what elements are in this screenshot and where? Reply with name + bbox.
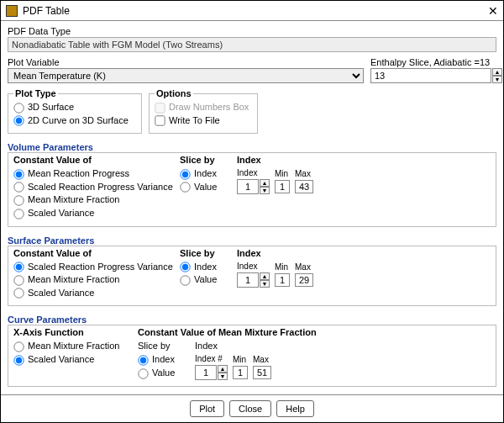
curve-min-label: Min	[233, 355, 246, 364]
write-file-checkbox[interactable]: Write To File	[155, 115, 252, 127]
curve-idx-input[interactable]	[195, 365, 217, 380]
volume-min-value: 1	[275, 180, 290, 193]
pdf-table-window: PDF Table ✕ PDF Data Type Nonadiabatic T…	[0, 0, 504, 423]
surface-slice-index[interactable]: Index	[180, 262, 230, 273]
surface-idx-down-icon[interactable]: ▼	[260, 280, 270, 288]
surface-slice-legend: Slice by	[180, 248, 230, 258]
volume-idx-label: Index	[237, 168, 257, 177]
volume-max-label: Max	[295, 169, 311, 178]
volume-idx-up-icon[interactable]: ▲	[260, 179, 270, 187]
curve-max-value: 51	[253, 366, 271, 379]
close-button[interactable]: Close	[229, 400, 271, 417]
volume-idx-down-icon[interactable]: ▼	[260, 187, 270, 194]
curve-idx-down-icon[interactable]: ▼	[218, 373, 228, 380]
surface-constant-legend: Constant Value of	[13, 248, 173, 258]
window-title: PDF Table	[23, 5, 488, 17]
surface-max-label: Max	[295, 262, 311, 272]
surface-scaled-variance[interactable]: Scaled Variance	[13, 288, 173, 299]
surface-mean-mixture-fraction[interactable]: Mean Mixture Fraction	[13, 274, 173, 286]
surface-scaled-rpv[interactable]: Scaled Reaction Progress Variance	[13, 262, 173, 273]
draw-numbers-checkbox: Draw Numbers Box	[155, 102, 252, 114]
volume-index-legend: Index	[237, 155, 313, 165]
surface-idx-up-icon[interactable]: ▲	[260, 272, 270, 280]
surface-max-value: 29	[295, 273, 313, 287]
content-area: PDF Data Type Nonadiabatic Table with FG…	[1, 21, 503, 394]
enthalpy-slice-input[interactable]	[370, 68, 491, 83]
volume-scaled-rpv[interactable]: Scaled Reaction Progress Variance	[13, 182, 173, 193]
curve-mean-mixture-fraction[interactable]: Mean Mixture Fraction	[13, 341, 131, 352]
curve-legend: Curve Parameters	[8, 315, 87, 325]
volume-slice-index[interactable]: Index	[180, 168, 230, 180]
curve-idx-label: Index #	[195, 354, 223, 363]
surface-min-label: Min	[275, 262, 288, 272]
help-button[interactable]: Help	[276, 400, 314, 417]
curve-scaled-variance[interactable]: Scaled Variance	[13, 354, 131, 366]
curve-xaxis-legend: X-Axis Function	[13, 327, 131, 337]
volume-constant-legend: Constant Value of	[13, 155, 173, 165]
app-icon	[6, 5, 18, 17]
volume-max-value: 43	[295, 180, 313, 193]
surface-min-value: 1	[275, 273, 290, 287]
curve-min-value: 1	[233, 366, 248, 379]
curve-slice-index[interactable]: Index	[138, 354, 188, 366]
titlebar: PDF Table ✕	[1, 1, 503, 21]
curve-idx-up-icon[interactable]: ▲	[218, 365, 228, 373]
plot-variable-label: Plot Variable	[8, 57, 364, 67]
volume-scaled-variance[interactable]: Scaled Variance	[13, 208, 173, 219]
curve-slice-value[interactable]: Value	[138, 367, 188, 379]
plot-variable-select[interactable]: Mean Temperature (K)	[8, 68, 364, 83]
footer: Plot Close Help	[1, 394, 503, 422]
volume-slice-legend: Slice by	[180, 155, 230, 165]
pdf-data-type-field: Nonadiabatic Table with FGM Model (Two S…	[8, 37, 496, 52]
volume-idx-input[interactable]	[237, 179, 259, 194]
plot-type-2d[interactable]: 2D Curve on 3D Surface	[13, 115, 136, 127]
curve-max-label: Max	[253, 355, 269, 364]
plot-button[interactable]: Plot	[190, 400, 224, 417]
surface-slice-value[interactable]: Value	[180, 274, 230, 286]
curve-slice-legend: Slice by	[138, 341, 188, 351]
surface-idx-label: Index	[237, 262, 257, 271]
surface-index-legend: Index	[237, 248, 313, 258]
volume-mean-reaction-progress[interactable]: Mean Reaction Progress	[13, 168, 173, 180]
pdf-data-type-label: PDF Data Type	[8, 26, 496, 36]
enthalpy-slice-label: Enthalpy Slice, Adiabatic =13	[370, 57, 496, 67]
curve-index-legend: Index	[195, 341, 271, 351]
volume-legend: Volume Parameters	[8, 142, 93, 152]
options-legend: Options	[155, 88, 193, 98]
volume-mean-mixture-fraction[interactable]: Mean Mixture Fraction	[13, 194, 173, 206]
volume-min-label: Min	[275, 169, 288, 178]
curve-const-legend: Constant Value of Mean Mixture Fraction	[138, 327, 491, 337]
plot-type-legend: Plot Type	[13, 88, 58, 98]
surface-legend: Surface Parameters	[8, 235, 94, 246]
volume-slice-value[interactable]: Value	[180, 182, 230, 193]
enthalpy-up-icon[interactable]: ▲	[492, 68, 502, 76]
plot-type-3d[interactable]: 3D Surface	[13, 102, 136, 114]
close-icon[interactable]: ✕	[488, 4, 498, 18]
enthalpy-down-icon[interactable]: ▼	[492, 76, 502, 83]
surface-idx-input[interactable]	[237, 272, 259, 288]
